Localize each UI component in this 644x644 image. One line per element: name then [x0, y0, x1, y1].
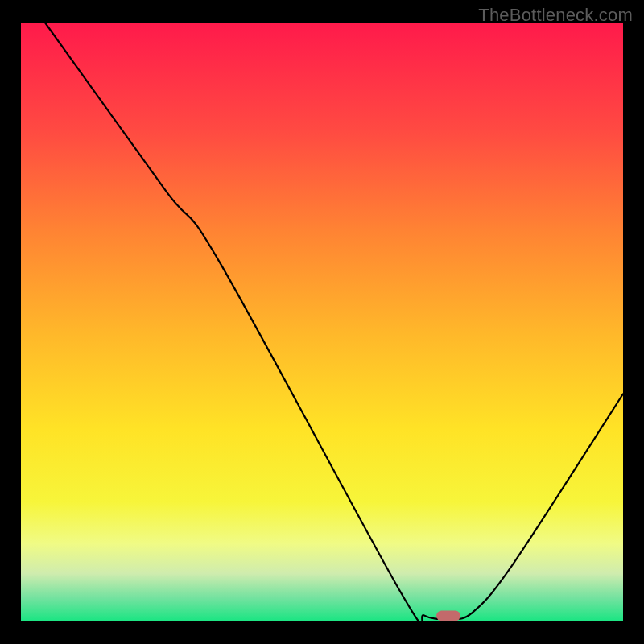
plot-svg [21, 23, 623, 621]
chart-frame: TheBottleneck.com [0, 0, 644, 644]
gradient-rect [21, 23, 623, 621]
optimal-marker [436, 610, 460, 621]
plot-area [21, 23, 623, 621]
